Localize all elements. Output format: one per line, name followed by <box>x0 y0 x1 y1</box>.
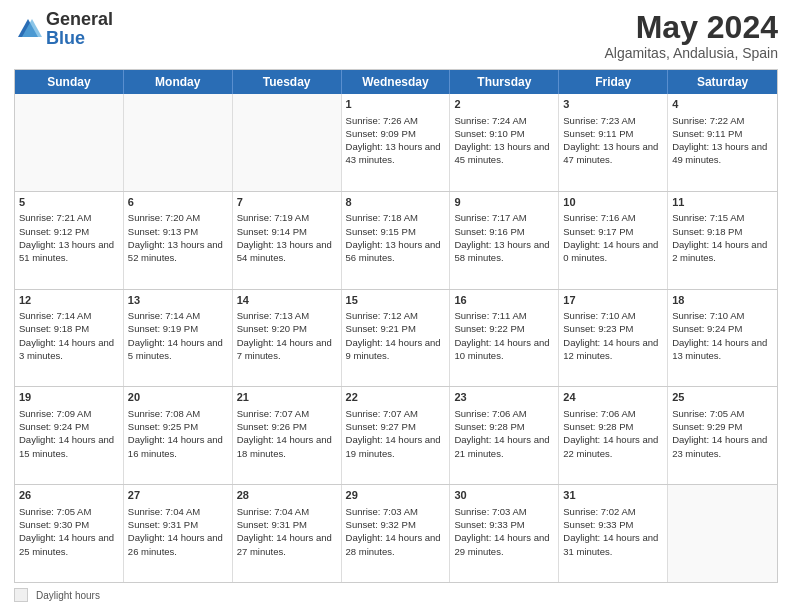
cal-cell: 8Sunrise: 7:18 AMSunset: 9:15 PMDaylight… <box>342 192 451 289</box>
cal-cell: 16Sunrise: 7:11 AMSunset: 9:22 PMDayligh… <box>450 290 559 387</box>
cal-header-wednesday: Wednesday <box>342 70 451 94</box>
sunrise-text: Sunrise: 7:03 AM <box>346 506 418 517</box>
cal-cell: 29Sunrise: 7:03 AMSunset: 9:32 PMDayligh… <box>342 485 451 582</box>
daylight-text: Daylight: 14 hours and 10 minutes. <box>454 337 549 361</box>
logo-general: General <box>46 9 113 29</box>
daylight-text: Daylight: 13 hours and 49 minutes. <box>672 141 767 165</box>
day-number: 18 <box>672 293 773 308</box>
logo-icon <box>14 15 42 43</box>
sunset-text: Sunset: 9:29 PM <box>672 421 742 432</box>
daylight-text: Daylight: 14 hours and 29 minutes. <box>454 532 549 556</box>
cal-cell: 3Sunrise: 7:23 AMSunset: 9:11 PMDaylight… <box>559 94 668 191</box>
sunset-text: Sunset: 9:28 PM <box>563 421 633 432</box>
sunset-text: Sunset: 9:28 PM <box>454 421 524 432</box>
day-number: 12 <box>19 293 119 308</box>
sunset-text: Sunset: 9:21 PM <box>346 323 416 334</box>
daylight-text: Daylight: 13 hours and 45 minutes. <box>454 141 549 165</box>
cal-cell <box>15 94 124 191</box>
day-number: 21 <box>237 390 337 405</box>
cal-cell <box>233 94 342 191</box>
sunset-text: Sunset: 9:11 PM <box>563 128 633 139</box>
cal-week-2: 5Sunrise: 7:21 AMSunset: 9:12 PMDaylight… <box>15 192 777 290</box>
day-number: 8 <box>346 195 446 210</box>
day-number: 16 <box>454 293 554 308</box>
cal-cell: 12Sunrise: 7:14 AMSunset: 9:18 PMDayligh… <box>15 290 124 387</box>
sunrise-text: Sunrise: 7:17 AM <box>454 212 526 223</box>
header: General Blue May 2024 Algamitas, Andalus… <box>14 10 778 61</box>
daylight-text: Daylight: 14 hours and 23 minutes. <box>672 434 767 458</box>
sunset-text: Sunset: 9:23 PM <box>563 323 633 334</box>
day-number: 14 <box>237 293 337 308</box>
daylight-text: Daylight: 14 hours and 19 minutes. <box>346 434 441 458</box>
calendar: SundayMondayTuesdayWednesdayThursdayFrid… <box>14 69 778 583</box>
logo-text: General Blue <box>46 10 113 48</box>
sunrise-text: Sunrise: 7:06 AM <box>454 408 526 419</box>
day-number: 28 <box>237 488 337 503</box>
sunrise-text: Sunrise: 7:14 AM <box>19 310 91 321</box>
daylight-text: Daylight: 13 hours and 47 minutes. <box>563 141 658 165</box>
cal-cell: 5Sunrise: 7:21 AMSunset: 9:12 PMDaylight… <box>15 192 124 289</box>
cal-cell: 4Sunrise: 7:22 AMSunset: 9:11 PMDaylight… <box>668 94 777 191</box>
logo-blue: Blue <box>46 28 85 48</box>
calendar-header: SundayMondayTuesdayWednesdayThursdayFrid… <box>15 70 777 94</box>
cal-cell: 23Sunrise: 7:06 AMSunset: 9:28 PMDayligh… <box>450 387 559 484</box>
daylight-text: Daylight: 14 hours and 13 minutes. <box>672 337 767 361</box>
sunset-text: Sunset: 9:26 PM <box>237 421 307 432</box>
sunrise-text: Sunrise: 7:18 AM <box>346 212 418 223</box>
cal-cell: 11Sunrise: 7:15 AMSunset: 9:18 PMDayligh… <box>668 192 777 289</box>
daylight-text: Daylight: 14 hours and 0 minutes. <box>563 239 658 263</box>
footer: Daylight hours <box>14 588 778 602</box>
day-number: 19 <box>19 390 119 405</box>
cal-header-thursday: Thursday <box>450 70 559 94</box>
cal-cell: 6Sunrise: 7:20 AMSunset: 9:13 PMDaylight… <box>124 192 233 289</box>
main-title: May 2024 <box>604 10 778 45</box>
sunrise-text: Sunrise: 7:21 AM <box>19 212 91 223</box>
daylight-text: Daylight: 14 hours and 21 minutes. <box>454 434 549 458</box>
day-number: 24 <box>563 390 663 405</box>
sunset-text: Sunset: 9:31 PM <box>128 519 198 530</box>
sunset-text: Sunset: 9:24 PM <box>19 421 89 432</box>
cal-cell <box>124 94 233 191</box>
cal-cell: 1Sunrise: 7:26 AMSunset: 9:09 PMDaylight… <box>342 94 451 191</box>
sunset-text: Sunset: 9:14 PM <box>237 226 307 237</box>
day-number: 22 <box>346 390 446 405</box>
cal-cell: 22Sunrise: 7:07 AMSunset: 9:27 PMDayligh… <box>342 387 451 484</box>
cal-cell: 7Sunrise: 7:19 AMSunset: 9:14 PMDaylight… <box>233 192 342 289</box>
sunset-text: Sunset: 9:16 PM <box>454 226 524 237</box>
day-number: 17 <box>563 293 663 308</box>
day-number: 9 <box>454 195 554 210</box>
sunrise-text: Sunrise: 7:07 AM <box>237 408 309 419</box>
cal-cell: 24Sunrise: 7:06 AMSunset: 9:28 PMDayligh… <box>559 387 668 484</box>
daylight-text: Daylight: 13 hours and 56 minutes. <box>346 239 441 263</box>
daylight-text: Daylight: 13 hours and 51 minutes. <box>19 239 114 263</box>
sunrise-text: Sunrise: 7:02 AM <box>563 506 635 517</box>
day-number: 25 <box>672 390 773 405</box>
page: General Blue May 2024 Algamitas, Andalus… <box>0 0 792 612</box>
calendar-body: 1Sunrise: 7:26 AMSunset: 9:09 PMDaylight… <box>15 94 777 582</box>
sunset-text: Sunset: 9:30 PM <box>19 519 89 530</box>
daylight-text: Daylight: 14 hours and 16 minutes. <box>128 434 223 458</box>
sunset-text: Sunset: 9:13 PM <box>128 226 198 237</box>
daylight-text: Daylight: 14 hours and 26 minutes. <box>128 532 223 556</box>
cal-cell: 20Sunrise: 7:08 AMSunset: 9:25 PMDayligh… <box>124 387 233 484</box>
sunrise-text: Sunrise: 7:06 AM <box>563 408 635 419</box>
day-number: 26 <box>19 488 119 503</box>
cal-cell: 18Sunrise: 7:10 AMSunset: 9:24 PMDayligh… <box>668 290 777 387</box>
sunrise-text: Sunrise: 7:23 AM <box>563 115 635 126</box>
sunset-text: Sunset: 9:33 PM <box>454 519 524 530</box>
cal-header-friday: Friday <box>559 70 668 94</box>
sunrise-text: Sunrise: 7:03 AM <box>454 506 526 517</box>
subtitle: Algamitas, Andalusia, Spain <box>604 45 778 61</box>
sunset-text: Sunset: 9:17 PM <box>563 226 633 237</box>
sunrise-text: Sunrise: 7:16 AM <box>563 212 635 223</box>
daylight-text: Daylight: 14 hours and 27 minutes. <box>237 532 332 556</box>
sunrise-text: Sunrise: 7:20 AM <box>128 212 200 223</box>
sunrise-text: Sunrise: 7:19 AM <box>237 212 309 223</box>
sunset-text: Sunset: 9:15 PM <box>346 226 416 237</box>
cal-cell: 13Sunrise: 7:14 AMSunset: 9:19 PMDayligh… <box>124 290 233 387</box>
sunrise-text: Sunrise: 7:22 AM <box>672 115 744 126</box>
legend-label: Daylight hours <box>36 590 100 601</box>
sunset-text: Sunset: 9:31 PM <box>237 519 307 530</box>
sunset-text: Sunset: 9:11 PM <box>672 128 742 139</box>
sunrise-text: Sunrise: 7:08 AM <box>128 408 200 419</box>
